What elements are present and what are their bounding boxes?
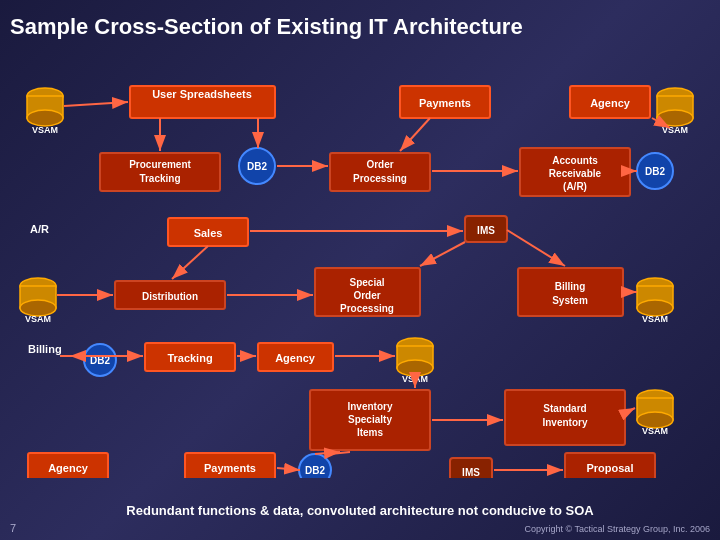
svg-text:Agency: Agency	[275, 352, 316, 364]
svg-text:Sales: Sales	[194, 227, 223, 239]
svg-line-94	[172, 246, 208, 279]
svg-line-97	[420, 242, 465, 266]
svg-text:Procurement: Procurement	[129, 159, 191, 170]
svg-text:VSAM: VSAM	[25, 314, 51, 324]
svg-text:Distribution: Distribution	[142, 291, 198, 302]
svg-text:Proposal: Proposal	[586, 462, 633, 474]
svg-rect-46	[518, 268, 623, 316]
svg-text:Payments: Payments	[204, 462, 256, 474]
svg-text:Tracking: Tracking	[167, 352, 212, 364]
svg-text:(A/R): (A/R)	[563, 181, 587, 192]
svg-text:DB2: DB2	[247, 161, 267, 172]
svg-point-5	[27, 110, 63, 126]
svg-text:DB2: DB2	[645, 166, 665, 177]
page-number: 7	[10, 522, 16, 534]
svg-text:Payments: Payments	[419, 97, 471, 109]
svg-text:Specialty: Specialty	[348, 414, 392, 425]
svg-text:IMS: IMS	[462, 467, 480, 478]
bottom-text: Redundant functions & data, convoluted a…	[10, 503, 710, 518]
svg-text:Billing: Billing	[555, 281, 586, 292]
svg-text:Processing: Processing	[353, 173, 407, 184]
svg-text:VSAM: VSAM	[32, 125, 58, 135]
svg-text:VSAM: VSAM	[642, 426, 668, 436]
svg-line-96	[507, 230, 565, 266]
svg-text:Agency: Agency	[590, 97, 631, 109]
slide: Sample Cross-Section of Existing IT Arch…	[0, 0, 720, 540]
svg-text:DB2: DB2	[305, 465, 325, 476]
svg-text:Order: Order	[366, 159, 393, 170]
svg-text:Accounts: Accounts	[552, 155, 598, 166]
svg-text:Items: Items	[357, 427, 384, 438]
svg-text:Tracking: Tracking	[139, 173, 180, 184]
svg-text:Billing: Billing	[28, 343, 62, 355]
svg-text:Receivable: Receivable	[549, 168, 602, 179]
svg-text:Processing: Processing	[340, 303, 394, 314]
svg-text:Standard: Standard	[543, 403, 586, 414]
svg-text:Order: Order	[353, 290, 380, 301]
diagram: VSAM User Spreadsheets Payments Agency V…	[10, 38, 710, 478]
svg-text:Agency: Agency	[48, 462, 89, 474]
svg-text:User Spreadsheets: User Spreadsheets	[152, 88, 252, 100]
svg-text:VSAM: VSAM	[642, 314, 668, 324]
svg-text:A/R: A/R	[30, 223, 49, 235]
svg-line-85	[64, 102, 128, 106]
copyright-text: Copyright © Tactical Strategy Group, Inc…	[524, 524, 710, 534]
svg-line-104	[627, 408, 635, 412]
svg-text:Special: Special	[349, 277, 384, 288]
svg-line-89	[400, 118, 430, 151]
svg-text:Inventory: Inventory	[542, 417, 587, 428]
svg-text:System: System	[552, 295, 588, 306]
svg-text:Inventory: Inventory	[347, 401, 392, 412]
svg-line-106	[277, 468, 300, 470]
svg-text:IMS: IMS	[477, 225, 495, 236]
